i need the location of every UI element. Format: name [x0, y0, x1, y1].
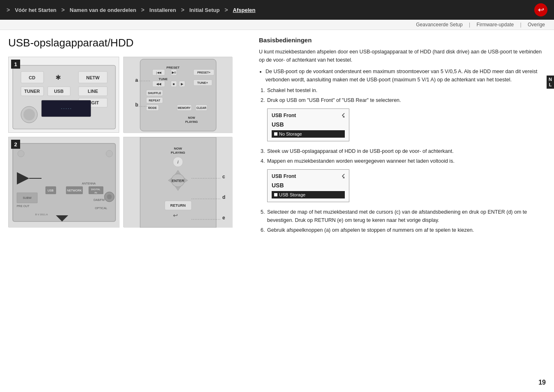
svg-text:NETW: NETW: [86, 75, 100, 80]
nav-arrow-2: >: [61, 7, 65, 13]
svg-text:MODE: MODE: [148, 106, 157, 109]
back-button[interactable]: ↩: [534, 3, 547, 16]
svg-text:RETURN: RETURN: [170, 203, 186, 208]
svg-point-15: [23, 109, 35, 120]
step-5: Selecteer de map of het muziekbestand me…: [266, 208, 546, 224]
top-navigation: > Vóór het Starten > Namen van de onderd…: [0, 0, 554, 20]
svg-text:USB: USB: [54, 89, 63, 94]
wifi-icon-2: ☇: [342, 173, 345, 180]
stereo-front-svg: CD ✱ NETW LINE TUNER USB DIGIT: [9, 57, 120, 133]
remote-bottom-svg: c d e NOW PLAYING i ENTER: [124, 137, 233, 228]
usb-box2-header: USB Front: [272, 173, 296, 179]
svg-text:SUBW: SUBW: [23, 196, 32, 199]
remote-top-svg: a b PRESET |◀◀ PRESET+ ▶II TUNE ◀◀: [124, 57, 233, 133]
right-column: Basisbedieningen U kunt muziekbestanden …: [255, 37, 546, 237]
step-1: Schakel het toestel in.: [266, 86, 546, 95]
svg-text:REPEAT: REPEAT: [149, 99, 161, 102]
usb-box1-header-row: USB Front ☇: [272, 112, 345, 119]
svg-text:NOW: NOW: [174, 147, 182, 150]
svg-text:▶: ▶: [181, 82, 184, 86]
usb-display-box-2: USB Front ☇ USB USB Storage: [267, 169, 349, 202]
svg-text:IN: IN: [95, 191, 97, 194]
secondary-nav-sep-2: |: [520, 22, 522, 28]
stereo-back-svg: SUBW USB NETWORK DIGITAL IN ANTENNA DAB/…: [9, 137, 120, 228]
svg-text:NETWORK: NETWORK: [67, 189, 82, 192]
steps-list: Schakel het toestel in. Druk op USB om "…: [259, 86, 546, 104]
svg-text:- - - - -: - - - - -: [61, 106, 72, 111]
svg-text:TUNE: TUNE: [159, 77, 168, 81]
steps-list-2: Steek uw USB-opslagapparaat of HDD in de…: [259, 147, 546, 165]
svg-text:ANTENNA: ANTENNA: [82, 182, 96, 185]
svg-text:■: ■: [173, 82, 175, 86]
secondary-nav-item-3[interactable]: Overige: [528, 22, 545, 28]
svg-text:DAB/FM: DAB/FM: [94, 198, 105, 201]
svg-text:LINE: LINE: [88, 89, 98, 94]
nav-item-initial[interactable]: Initial Setup: [185, 7, 225, 13]
nav-arrow-5: >: [224, 7, 228, 13]
svg-text:c: c: [222, 174, 225, 180]
usb-box2-header-row: USB Front ☇: [272, 173, 345, 180]
panel-stereo-front: 1 CD ✱ NETW LINE T: [8, 57, 119, 133]
panel-remote-bottom: c d e NOW PLAYING i ENTER: [123, 137, 232, 227]
secondary-nav-sep-1: |: [469, 22, 470, 28]
usb-box1-header: USB Front: [272, 113, 296, 118]
svg-text:PLAYING: PLAYING: [185, 120, 198, 123]
usb-display-box-1: USB Front ☇ USB No Storage: [267, 108, 349, 141]
panel-stereo-back: 2 SUBW USB NET: [8, 137, 119, 227]
nav-arrow-3: >: [141, 7, 144, 13]
svg-text:CLEAR: CLEAR: [196, 106, 206, 109]
usb-box2-storage-row: USB Storage: [272, 191, 345, 198]
usb-box1-square-icon: [274, 132, 277, 136]
steps-list-3: Selecteer de map of het muziekbestand me…: [259, 208, 546, 234]
svg-text:PRESET+: PRESET+: [197, 71, 210, 74]
svg-text:B V 2011.A: B V 2011.A: [35, 213, 48, 216]
svg-text:ENTER: ENTER: [172, 179, 185, 183]
page-number: 19: [538, 379, 546, 386]
svg-text:SHUFFLE: SHUFFLE: [148, 92, 162, 95]
nav-item-namen[interactable]: Namen van de onderdelen: [65, 7, 141, 13]
nav-item-voor[interactable]: Vóór het Starten: [10, 7, 61, 13]
svg-text:USB: USB: [48, 189, 54, 192]
bullet-item-1: De USB-poort op de voorkant ondersteunt …: [265, 67, 546, 84]
svg-text:b: b: [135, 102, 138, 108]
svg-point-74: [106, 150, 113, 157]
svg-point-73: [18, 150, 24, 157]
panel-num-2: 2: [11, 140, 20, 149]
svg-text:MEMORY: MEMORY: [178, 106, 191, 109]
svg-text:|◀◀: |◀◀: [156, 71, 162, 74]
section-title: Basisbedieningen: [259, 37, 546, 44]
panel-remote-top: a b PRESET |◀◀ PRESET+ ▶II TUNE ◀◀: [123, 57, 232, 133]
images-grid: 1 CD ✱ NETW LINE T: [8, 57, 247, 227]
svg-text:PRESET: PRESET: [166, 66, 180, 69]
step-6: Gebruik afspeelknoppen (a) om afspelen t…: [266, 226, 546, 234]
main-content: NL USB-opslagapparaat/HDD 1 CD ✱ NETW: [0, 30, 554, 243]
usb-box2-storage-label: USB Storage: [279, 192, 305, 197]
svg-text:NOW: NOW: [188, 116, 195, 119]
secondary-navigation: Geavanceerde Setup | Firmware-update | O…: [0, 20, 554, 30]
svg-text:✱: ✱: [55, 74, 61, 81]
usb-box1-storage-row: No Storage: [272, 130, 345, 138]
svg-text:a: a: [135, 77, 138, 83]
step-4: Mappen en muziekbestanden worden weergeg…: [266, 157, 546, 165]
intro-text: U kunt muziekbestanden afspelen door een…: [259, 48, 546, 64]
svg-text:OPTICAL: OPTICAL: [95, 207, 107, 210]
bullet-list: De USB-poort op de voorkant ondersteunt …: [265, 67, 546, 84]
secondary-nav-item-1[interactable]: Geavanceerde Setup: [416, 22, 462, 28]
nav-item-afspelen[interactable]: Afspelen: [228, 7, 261, 13]
svg-text:PRE OUT: PRE OUT: [16, 205, 30, 208]
svg-text:TUNE+: TUNE+: [197, 81, 208, 85]
nav-arrow-1: >: [7, 7, 10, 13]
usb-box1-storage-label: No Storage: [279, 131, 302, 136]
usb-box2-square-icon: [274, 193, 277, 196]
svg-text:d: d: [222, 194, 225, 200]
wifi-icon-1: ☇: [342, 112, 345, 119]
svg-rect-53: [13, 143, 115, 221]
nav-item-installeren[interactable]: Installeren: [145, 7, 181, 13]
nav-arrow-4: >: [181, 7, 185, 13]
step-3: Steek uw USB-opslagapparaat of HDD in de…: [266, 147, 546, 155]
panel-num-1: 1: [11, 60, 20, 69]
secondary-nav-item-2[interactable]: Firmware-update: [476, 22, 514, 28]
nl-badge: NL: [547, 76, 554, 89]
page-title: USB-opslagapparaat/HDD: [8, 37, 247, 49]
svg-text:◀◀: ◀◀: [156, 82, 162, 86]
